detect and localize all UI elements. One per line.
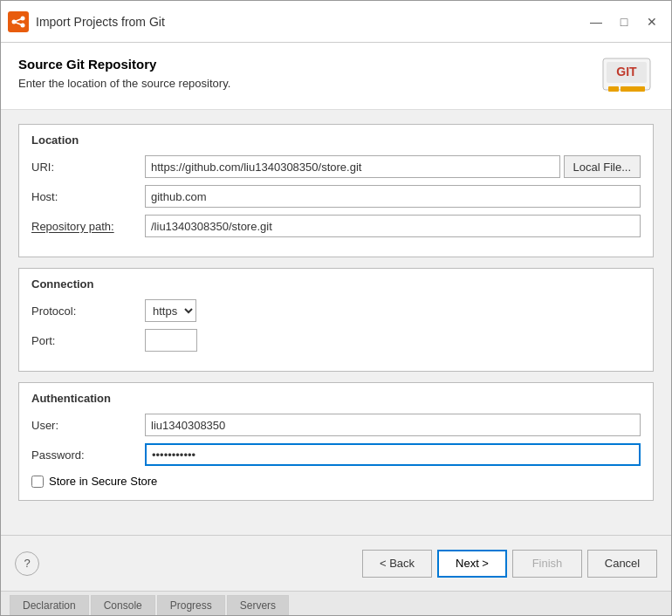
- bottom-left: ?: [15, 551, 39, 576]
- bottom-right: < Back Next > Finish Cancel: [362, 550, 657, 578]
- local-file-button[interactable]: Local File...: [564, 155, 641, 178]
- protocol-select[interactable]: https http git ssh: [145, 299, 196, 322]
- form-area: Location URI: Local File... Host: Rep: [1, 110, 671, 535]
- help-button[interactable]: ?: [15, 551, 39, 576]
- location-group: Location URI: Local File... Host: Rep: [18, 124, 654, 257]
- close-button[interactable]: ✕: [640, 11, 664, 32]
- svg-rect-9: [608, 86, 619, 92]
- auth-legend: Authentication: [31, 392, 641, 405]
- connection-legend: Connection: [31, 277, 641, 291]
- header-heading: Source Git Repository: [18, 57, 230, 72]
- svg-rect-10: [621, 86, 645, 92]
- next-button[interactable]: Next >: [437, 550, 507, 578]
- maximize-button[interactable]: □: [612, 11, 636, 32]
- header-description: Enter the location of the source reposit…: [18, 77, 230, 90]
- main-window: Import Projects from Git — □ ✕ Source Gi…: [0, 0, 672, 616]
- port-label: Port:: [31, 334, 145, 347]
- user-input[interactable]: [145, 414, 641, 436]
- secure-store-label[interactable]: Store in Secure Store: [49, 475, 157, 488]
- location-legend: Location: [31, 133, 641, 147]
- host-input[interactable]: [145, 185, 641, 208]
- connection-group: Connection Protocol: https http git ssh …: [18, 268, 654, 372]
- port-row: Port:: [31, 329, 641, 352]
- repo-path-input[interactable]: [145, 215, 641, 237]
- tab-console[interactable]: Console: [91, 595, 155, 615]
- tab-servers[interactable]: Servers: [227, 595, 289, 615]
- header-text: Source Git Repository Enter the location…: [18, 57, 230, 90]
- app-icon: [8, 11, 29, 32]
- content-area: Source Git Repository Enter the location…: [1, 43, 671, 615]
- tab-progress[interactable]: Progress: [157, 595, 225, 615]
- authentication-group: Authentication User: Password: Store in …: [18, 382, 654, 501]
- title-bar-controls: — □ ✕: [584, 11, 664, 32]
- uri-row: URI: Local File...: [31, 155, 641, 178]
- host-label: Host:: [31, 190, 145, 203]
- secure-store-row: Store in Secure Store: [31, 475, 641, 488]
- bottom-bar: ? < Back Next > Finish Cancel: [1, 535, 671, 591]
- password-input[interactable]: [145, 443, 641, 466]
- window-title: Import Projects from Git: [36, 15, 165, 29]
- finish-button[interactable]: Finish: [512, 550, 582, 578]
- title-bar: Import Projects from Git — □ ✕: [1, 1, 671, 43]
- tab-bar: Declaration Console Progress Servers: [1, 591, 671, 615]
- secure-store-checkbox[interactable]: [31, 476, 44, 488]
- host-row: Host:: [31, 185, 641, 208]
- back-button[interactable]: < Back: [362, 550, 432, 578]
- header-section: Source Git Repository Enter the location…: [1, 43, 671, 110]
- protocol-label: Protocol:: [31, 305, 145, 318]
- uri-input[interactable]: [145, 155, 560, 178]
- uri-label: URI:: [31, 161, 145, 174]
- svg-text:GIT: GIT: [616, 65, 637, 79]
- port-input[interactable]: [145, 329, 197, 352]
- repo-path-label: Repository path:: [31, 220, 145, 233]
- title-bar-left: Import Projects from Git: [8, 11, 165, 32]
- user-label: User:: [31, 419, 145, 432]
- git-logo: GIT: [601, 57, 654, 99]
- tab-declaration[interactable]: Declaration: [10, 595, 89, 615]
- user-row: User:: [31, 414, 641, 436]
- password-label: Password:: [31, 448, 145, 462]
- cancel-button[interactable]: Cancel: [587, 550, 657, 578]
- minimize-button[interactable]: —: [584, 11, 608, 32]
- uri-input-group: Local File...: [145, 155, 641, 178]
- repo-path-row: Repository path:: [31, 215, 641, 237]
- password-row: Password:: [31, 443, 641, 466]
- protocol-row: Protocol: https http git ssh: [31, 299, 641, 322]
